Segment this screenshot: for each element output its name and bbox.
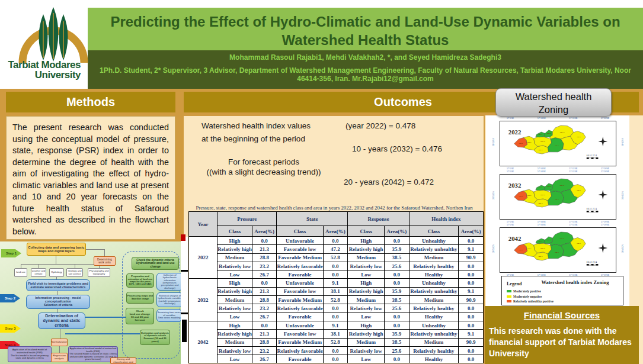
zoning-map-2042: Sub-11Sub-1Sub-3Sub-6Sub-5Sub-4Sub-10Sub… xyxy=(500,227,616,273)
data-cell: Unhealthy xyxy=(409,321,459,329)
data-cell: Low xyxy=(348,313,385,321)
data-cell: Relatively favorable xyxy=(277,262,323,270)
svg-text:0 0.5 1 2 3 4: 0 0.5 1 2 3 4 xyxy=(587,261,597,263)
sub-header: Area(%) xyxy=(385,226,410,237)
data-cell: Medium xyxy=(348,338,385,346)
data-cell: Favorable low xyxy=(277,245,323,253)
data-cell: Favorable Medium xyxy=(277,338,323,346)
tick-label: 57°5'0E xyxy=(507,221,514,223)
data-cell: Favorable low xyxy=(277,287,323,295)
data-cell: High xyxy=(217,279,252,287)
outcomes-forecast-line1: For forecast periods xyxy=(196,157,332,166)
tick-label: 57°5'0E xyxy=(507,224,514,226)
flow-connector xyxy=(65,333,140,334)
legend-swatch xyxy=(507,300,511,302)
legend-item: Relatively unhealthy positive xyxy=(507,299,554,303)
data-cell: Low xyxy=(217,313,252,321)
authors: Mohammad Rasoul Rajabi1, Mehdi Vafakhah2… xyxy=(88,53,643,62)
data-cell: High xyxy=(348,279,385,287)
table-row: Low26.7Favorable0.0Low0.0Healthy0.0 xyxy=(189,270,484,279)
svg-text:Sub-7: Sub-7 xyxy=(539,241,543,243)
data-cell: 0.0 xyxy=(323,313,348,321)
data-cell: Low xyxy=(348,355,385,363)
svg-text:Sub-11: Sub-11 xyxy=(560,238,565,240)
flow-geology: Geology and soil science xyxy=(66,268,83,277)
data-cell: Relatively healthy xyxy=(409,262,459,270)
svg-text:Sub-3: Sub-3 xyxy=(555,145,559,147)
data-cell: Relatively healthy xyxy=(409,346,459,355)
data-cell: 0.0 xyxy=(385,321,410,329)
data-cell: Relatively low xyxy=(217,346,252,355)
tick-label: 57°10'0E xyxy=(538,167,546,170)
tick-mark xyxy=(181,270,188,272)
table-row: Relatively low23.2Relatively favorable0.… xyxy=(189,304,484,313)
table-row: Medium28.8Favorable Medium52.8Medium38.5… xyxy=(189,338,484,346)
outcomes-section: Watershed health index values at the beg… xyxy=(184,116,484,364)
tick-label: 57°20'0E xyxy=(601,221,609,223)
sub-header: Class xyxy=(277,226,323,237)
data-cell: 0.0 xyxy=(459,321,484,329)
table-row: Medium28.8Favorable Medium52.8Medium38.5… xyxy=(189,253,484,262)
flow-connector xyxy=(85,317,126,318)
data-cell: Relatively unhealthy xyxy=(409,245,459,253)
map-y-tick: 36°50'0N xyxy=(492,244,495,253)
data-cell: 38.1 xyxy=(323,330,348,338)
legend-title: Watershed health index Zoning xyxy=(529,279,621,285)
table-row: 2042High0.0Unfavorable9.1High0.0Unhealth… xyxy=(189,321,484,329)
zoning-map-2032: Sub-11Sub-1Sub-3Sub-6Sub-5Sub-4Sub-10Sub… xyxy=(500,174,616,220)
data-cell: 23.2 xyxy=(252,262,277,270)
data-cell: 25.6 xyxy=(385,262,410,270)
flow-field-visit: Field visit to investigate problems and … xyxy=(26,279,90,291)
legend-swatch xyxy=(507,295,511,298)
data-cell: 0.0 xyxy=(323,304,348,313)
data-cell: 28.8 xyxy=(252,296,277,304)
tick-label: 57°15'0E xyxy=(569,170,577,173)
svg-text:Sub-7: Sub-7 xyxy=(539,188,543,189)
data-cell: Relatively high xyxy=(348,245,385,253)
data-cell: 21.3 xyxy=(252,330,277,338)
tick-label: 57°10'0E xyxy=(538,117,546,120)
col-year: Year xyxy=(189,212,217,237)
methods-heading: Methods xyxy=(6,92,175,112)
svg-text:2032: 2032 xyxy=(508,182,522,189)
data-cell: 47.2 xyxy=(323,245,348,253)
data-cell: Medium xyxy=(348,296,385,304)
svg-text:Sub-4: Sub-4 xyxy=(539,256,543,258)
col-group: State xyxy=(277,212,348,226)
poster: Predicting the Effect of Hydro-Climatic … xyxy=(0,0,643,364)
svg-text:Sub-10: Sub-10 xyxy=(540,194,546,196)
financial-section: Financial Sources This research was done… xyxy=(485,306,639,364)
data-cell: Unfavorable xyxy=(277,237,323,245)
tick-label: 57°20'0E xyxy=(601,170,609,173)
svg-text:Sub-11: Sub-11 xyxy=(560,131,565,133)
data-cell: Unfavorable xyxy=(277,279,323,287)
outcomes-intro-line2: at the beginning of the period xyxy=(201,134,305,143)
flow-connector xyxy=(59,346,60,353)
data-cell: 9.1 xyxy=(459,287,484,295)
tick-label: 57°5'0E xyxy=(507,167,514,170)
svg-text:0 0.5 1 2 3 4: 0 0.5 1 2 3 4 xyxy=(587,154,597,157)
zoning-heading: Watershed health Zoning xyxy=(495,88,612,117)
data-cell: Favorable Medium xyxy=(277,253,323,262)
red-marker xyxy=(181,234,185,241)
data-cell: 52.8 xyxy=(323,253,348,262)
svg-text:Sub-3: Sub-3 xyxy=(555,252,559,253)
data-cell: High xyxy=(348,237,385,245)
methods-text: The present research was conducted using… xyxy=(12,122,169,237)
legend-swatch xyxy=(507,290,511,292)
svg-text:Sub-10: Sub-10 xyxy=(540,141,546,143)
flow-collect: Collecting data and preparing basic maps… xyxy=(27,243,86,256)
data-cell: Medium xyxy=(217,338,252,346)
svg-text:Sub-3: Sub-3 xyxy=(555,198,559,200)
data-cell: 0.0 xyxy=(459,313,484,321)
data-cell: Unhealthy xyxy=(409,279,459,287)
page-title: Predicting the Effect of Hydro-Climatic … xyxy=(88,12,643,49)
flow-hydrology: Hydrology xyxy=(49,268,64,277)
svg-text:Sub-5: Sub-5 xyxy=(527,141,532,143)
table-row: Relatively high21.3Favorable low47.2Rela… xyxy=(189,245,484,253)
table-row: Relatively low23.2Relatively favorable0.… xyxy=(189,262,484,270)
data-cell: 52.8 xyxy=(323,296,348,304)
map-axis-ticks: 57°5'0E57°10'0E57°15'0E57°20'0E xyxy=(500,117,616,120)
svg-text:Sub-6: Sub-6 xyxy=(519,196,523,198)
svg-text:Sub-5: Sub-5 xyxy=(527,195,532,197)
